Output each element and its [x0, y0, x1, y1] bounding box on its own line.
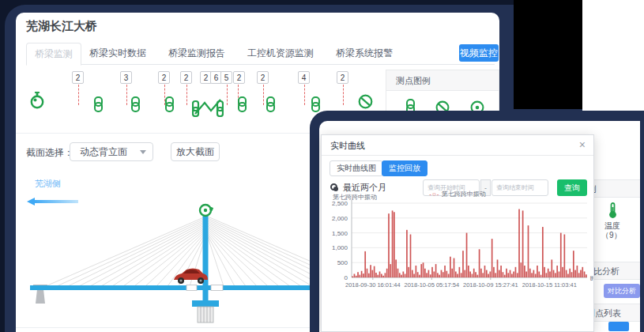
chain-link-icon[interactable]	[93, 96, 104, 115]
section-select-value: 动态背立面	[80, 146, 127, 157]
tab-realtime-curve[interactable]: 实时曲线图	[330, 160, 383, 176]
truss-sensor-icon[interactable]	[192, 95, 224, 117]
chain-link-icon[interactable]	[164, 96, 175, 115]
camera-icon	[200, 205, 213, 216]
sensor-ball-icon[interactable]	[30, 92, 44, 109]
chain-link-icon[interactable]	[237, 96, 247, 115]
svg-text:2,000: 2,000	[332, 215, 348, 222]
tab-4[interactable]: 桥梁系统报警	[328, 43, 401, 65]
background-black-region	[514, 0, 582, 109]
background-white-region	[582, 0, 644, 112]
sensor-count-badge: 2	[257, 71, 269, 84]
chain-link-icon[interactable]	[266, 96, 276, 115]
tab-0[interactable]: 桥梁监测	[26, 43, 81, 66]
svg-text:2018-10-09 15:27:41: 2018-10-09 15:27:41	[463, 281, 518, 289]
sensor-count-badge: 2	[72, 71, 84, 84]
pier-cap	[192, 300, 219, 307]
svg-text:500: 500	[337, 259, 348, 266]
sensor-dash-line	[78, 85, 79, 105]
sensor-count-badge: 3	[120, 71, 132, 84]
sensor-dash-line	[263, 85, 264, 105]
video-monitor-button[interactable]: 视频监控	[459, 44, 499, 62]
sensor-dash-line	[343, 85, 344, 105]
svg-text:1,500: 1,500	[332, 230, 348, 237]
close-icon[interactable]: ×	[579, 138, 586, 151]
realtime-curve-modal: 实时曲线 × 实时曲线图 监控回放 最近两个月 - 查询 -○- 第七跨跨中振动…	[321, 134, 594, 332]
svg-text:1,000: 1,000	[332, 244, 348, 251]
compare-analysis-button[interactable]: 对比分析	[604, 284, 640, 298]
section-select-label: 截面选择：	[26, 146, 73, 160]
screen: 芜湖长江大桥 桥梁监测桥梁实时数据桥梁监测报告工控机资源监测桥梁系统报警 视频监…	[0, 0, 644, 332]
modal-title: 实时曲线	[330, 140, 365, 152]
modal-header: 实时曲线 ×	[322, 135, 593, 156]
sensor-dash-line	[126, 85, 127, 105]
chain-link-icon[interactable]	[130, 96, 141, 115]
sensor-count-badge: 2	[158, 71, 170, 84]
tab-1[interactable]: 桥梁实时数据	[81, 43, 154, 65]
svg-text:2018-09-30 16:01:44: 2018-09-30 16:01:44	[345, 281, 401, 289]
thermometer-icon[interactable]	[608, 202, 618, 219]
svg-text:2018-10-15 11:03:41: 2018-10-15 11:03:41	[522, 281, 577, 289]
legend-panel-title: 测点图例	[386, 70, 499, 91]
tab-2[interactable]: 桥梁监测报告	[160, 43, 233, 65]
svg-text:2018-10-05 05:17:54: 2018-10-05 05:17:54	[404, 281, 459, 289]
svg-text:时间: 时间	[590, 275, 593, 282]
chevron-down-icon	[140, 150, 146, 154]
sensor-dash-line	[186, 85, 187, 105]
pier-column	[198, 307, 213, 323]
svg-text:0: 0	[345, 274, 348, 281]
sidebar-row-action-button[interactable]	[608, 322, 629, 331]
svg-text:2,500: 2,500	[332, 200, 348, 207]
enlarge-section-button[interactable]: 放大截面	[171, 142, 220, 161]
sensor-count-badge: 4	[298, 71, 310, 84]
main-tabs: 桥梁监测桥梁实时数据桥梁监测报告工控机资源监测桥梁系统报警	[26, 43, 495, 65]
sensor-count-badge: 2	[180, 71, 192, 84]
sensor-count-badge: 2	[337, 71, 348, 84]
section-select-dropdown[interactable]: 动态背立面	[70, 142, 153, 161]
sensor-count-badge: 2	[233, 71, 245, 84]
sensor-dash-line	[304, 85, 305, 105]
tab-3[interactable]: 工控机资源监测	[239, 43, 322, 65]
tab-monitor-playback[interactable]: 监控回放	[382, 160, 427, 176]
temperature-count: （9）	[601, 230, 622, 241]
disabled-sensor-icon[interactable]	[358, 94, 373, 109]
sensor-dash-line	[227, 85, 228, 105]
vibration-chart: 05001,0001,5002,0002,5002018-09-30 16:01…	[325, 197, 593, 300]
page-title: 芜湖长江大桥	[26, 19, 97, 34]
sensor-count-badge: 5	[220, 71, 232, 84]
pylon	[203, 215, 209, 302]
